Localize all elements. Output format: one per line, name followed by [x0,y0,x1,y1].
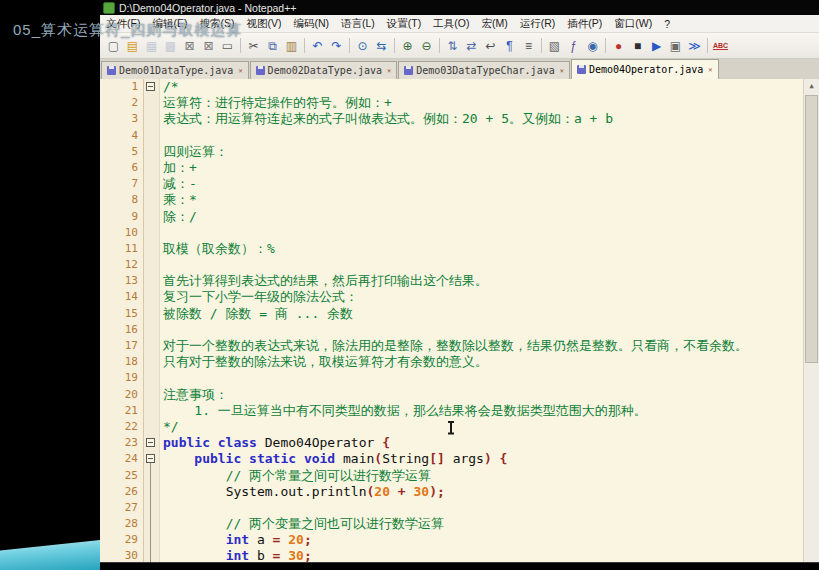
code-line[interactable]: 13首先计算得到表达式的结果，然后再打印输出这个结果。 [100,273,819,289]
paste-icon[interactable]: ▥ [282,37,301,55]
saved-file-icon [107,66,116,75]
cut-icon[interactable]: ✂ [244,37,263,55]
code-text: 表达式：用运算符连起来的式子叫做表达式。例如：20 + 5。又例如：a + b [159,111,613,127]
tab-Demo01DataType.java[interactable]: Demo01DataType.java✕ [101,61,249,79]
code-line[interactable]: 5四则运算： [100,144,819,160]
code-line[interactable]: 18只有对于整数的除法来说，取模运算符才有余数的意义。 [100,354,819,370]
fold-collapse-icon[interactable] [146,438,155,447]
menu-item-view[interactable]: 视图(V) [240,15,287,32]
fold-margin-cell[interactable] [143,451,159,467]
replace-icon[interactable]: ⇆ [372,37,391,55]
saved-file-icon [256,66,265,75]
code-line[interactable]: 3表达式：用运算符连起来的式子叫做表达式。例如：20 + 5。又例如：a + b [100,111,819,127]
monitoring-icon[interactable]: ◉ [583,37,602,55]
document-map-icon[interactable]: ▧ [545,37,564,55]
tab-close-icon[interactable]: ✕ [560,67,564,75]
code-line[interactable]: 23public class Demo04Operator { [100,435,819,451]
teal-ribbon-decoration [0,540,100,570]
menu-item-help[interactable]: ? [658,15,676,32]
tab-Demo03DataTypeChar.java[interactable]: Demo03DataTypeChar.java✕ [398,61,570,79]
zoom-in-icon[interactable]: ⊕ [398,37,417,55]
line-number: 1 [100,79,143,95]
menu-item-settings[interactable]: 设置(T) [381,15,427,32]
tab-Demo04Operator.java[interactable]: Demo04Operator.java✕ [571,59,719,79]
copy-icon[interactable]: ⧉ [263,37,282,55]
fold-margin-cell[interactable] [143,79,159,95]
menu-item-run[interactable]: 运行(R) [514,15,562,32]
code-line[interactable]: 30 int b = 30; [100,548,819,562]
play-macro-icon[interactable]: ▶ [647,37,666,55]
menu-item-macro[interactable]: 宏(M) [475,15,513,32]
menu-item-window[interactable]: 窗口(W) [608,15,658,32]
menu-item-language[interactable]: 语言(L) [335,15,381,32]
find-icon[interactable]: ⊙ [353,37,372,55]
code-line[interactable]: 25 // 两个常量之间可以进行数学运算 [100,468,819,484]
line-number: 21 [100,403,143,419]
sync-horizontal-scroll-icon[interactable]: ⇄ [462,37,481,55]
code-line[interactable]: 28 // 两个变量之间也可以进行数学运算 [100,516,819,532]
editor-area[interactable]: 1/*2运算符：进行特定操作的符号。例如：+3表达式：用运算符连起来的式子叫做表… [100,79,819,562]
code-line[interactable]: 22*/ [100,419,819,435]
code-line[interactable]: 12 [100,257,819,273]
code-text: 运算符：进行特定操作的符号。例如：+ [159,95,392,111]
fold-margin-cell [143,144,159,160]
fold-margin-cell [143,403,159,419]
code-line[interactable]: 15被除数 / 除数 = 商 ... 余数 [100,306,819,322]
code-line[interactable]: 11取模（取余数）：% [100,241,819,257]
zoom-out-icon[interactable]: ⊖ [417,37,436,55]
line-number: 4 [100,128,143,144]
tab-Demo02DataType.java[interactable]: Demo02DataType.java✕ [250,61,398,79]
code-line[interactable]: 10 [100,225,819,241]
save-macro-icon[interactable]: ▣ [666,37,685,55]
code-line[interactable]: 6加：+ [100,160,819,176]
vertical-scrollbar[interactable]: ▲ [803,79,819,562]
fold-margin-cell [143,111,159,127]
scrollbar-thumb[interactable] [805,95,818,363]
code-line[interactable]: 8乘：* [100,192,819,208]
spell-check-icon[interactable]: ABC [711,37,730,55]
fold-margin-cell [143,532,159,548]
toolbar-separator [240,38,241,53]
code-line[interactable]: 24 public static void main(String[] args… [100,451,819,467]
tab-close-icon[interactable]: ✕ [387,67,391,75]
code-line[interactable]: 29 int a = 20; [100,532,819,548]
show-all-characters-icon[interactable]: ¶ [500,37,519,55]
word-wrap-icon[interactable]: ↩ [481,37,500,55]
code-text: /* [159,79,179,95]
fold-collapse-icon[interactable] [146,82,155,91]
code-line[interactable]: 16 [100,322,819,338]
indent-guide-icon[interactable]: ≡ [519,37,538,55]
code-line[interactable]: 26 System.out.println(20 + 30); [100,484,819,500]
code-line[interactable]: 27 [100,500,819,516]
code-text: // 两个常量之间可以进行数学运算 [159,468,431,484]
sync-vertical-scroll-icon[interactable]: ⇅ [443,37,462,55]
menu-item-plugins[interactable]: 插件(P) [561,15,608,32]
code-line[interactable]: 7减：- [100,176,819,192]
menu-item-encoding[interactable]: 编码(N) [287,15,335,32]
undo-icon[interactable]: ↶ [308,37,327,55]
code-line[interactable]: 19 [100,370,819,386]
line-number: 18 [100,354,143,370]
run-macro-multiple-icon[interactable]: ≫ [685,37,704,55]
code-line[interactable]: 17对于一个整数的表达式来说，除法用的是整除，整数除以整数，结果仍然是整数。只看… [100,338,819,354]
function-list-icon[interactable]: ƒ [564,37,583,55]
scrollbar-up-icon[interactable]: ▲ [804,79,819,93]
stop-macro-icon[interactable]: ■ [628,37,647,55]
title-bar[interactable]: D:\Demo04Operator.java - Notepad++ [100,0,819,15]
code-line[interactable]: 21 1. 一旦运算当中有不同类型的数据，那么结果将会是数据类型范围大的那种。 [100,403,819,419]
fold-collapse-icon[interactable] [146,454,155,463]
code-line[interactable]: 20注意事项： [100,387,819,403]
record-macro-icon[interactable]: ● [609,37,628,55]
menu-item-tools[interactable]: 工具(O) [427,15,475,32]
code-line[interactable]: 2运算符：进行特定操作的符号。例如：+ [100,95,819,111]
code-line[interactable]: 9除：/ [100,209,819,225]
line-number: 28 [100,516,143,532]
tab-close-icon[interactable]: ✕ [708,66,712,74]
tab-close-icon[interactable]: ✕ [238,67,242,75]
redo-icon[interactable]: ↷ [327,37,346,55]
code-line[interactable]: 4 [100,128,819,144]
fold-margin-cell [143,95,159,111]
code-line[interactable]: 14复习一下小学一年级的除法公式： [100,289,819,305]
fold-margin-cell[interactable] [143,435,159,451]
code-line[interactable]: 1/* [100,79,819,95]
